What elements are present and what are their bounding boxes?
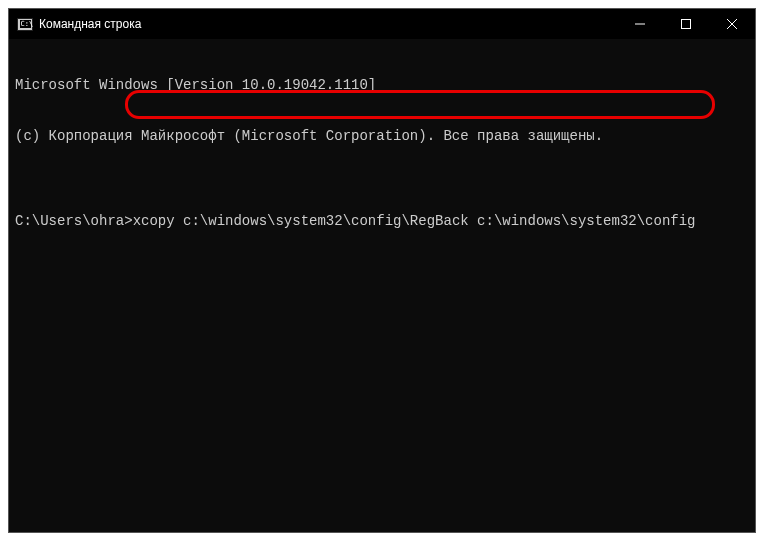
command-prompt-window: C:\ Командная строка Microsoft Windows [… <box>8 8 756 533</box>
maximize-icon <box>681 19 691 29</box>
cmd-icon: C:\ <box>17 18 33 31</box>
cmd-icon-glyph: C:\ <box>20 20 31 28</box>
minimize-icon <box>635 19 645 29</box>
version-line: Microsoft Windows [Version 10.0.19042.11… <box>15 77 749 94</box>
prompt-text: C:\Users\ohra> <box>15 213 133 229</box>
command-highlight-annotation <box>125 90 715 119</box>
terminal-area[interactable]: Microsoft Windows [Version 10.0.19042.11… <box>9 39 755 532</box>
window-controls <box>617 9 755 39</box>
close-icon <box>727 19 737 29</box>
minimize-button[interactable] <box>617 9 663 39</box>
window-title: Командная строка <box>39 17 617 31</box>
maximize-button[interactable] <box>663 9 709 39</box>
prompt-line: C:\Users\ohra>xcopy c:\windows\system32\… <box>15 213 749 230</box>
titlebar[interactable]: C:\ Командная строка <box>9 9 755 39</box>
copyright-line: (c) Корпорация Майкрософт (Microsoft Cor… <box>15 128 749 145</box>
command-text: xcopy c:\windows\system32\config\RegBack… <box>133 213 696 229</box>
close-button[interactable] <box>709 9 755 39</box>
svg-rect-1 <box>682 20 691 29</box>
